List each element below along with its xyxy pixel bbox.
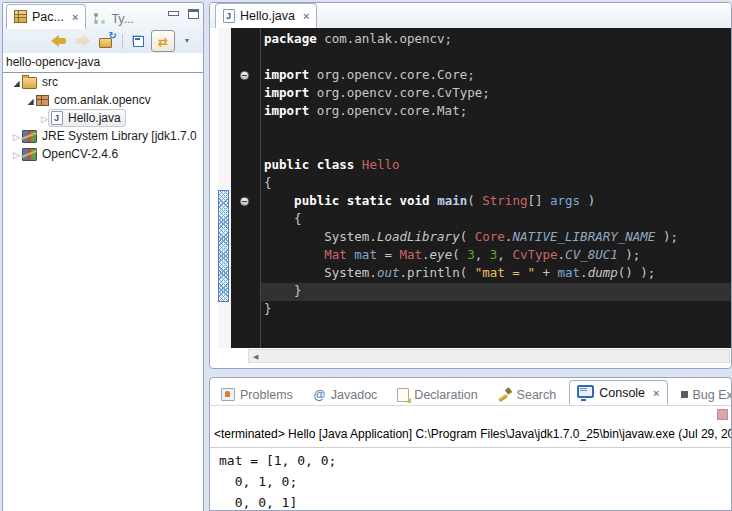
project-name[interactable]: hello-opencv-java: [3, 54, 203, 73]
tree-item-opencv-2-4-6[interactable]: OpenCV-2.4.6: [3, 145, 203, 163]
search-flashlight-icon: [498, 388, 512, 401]
console-monitor-icon: [577, 385, 594, 398]
library-icon: [22, 148, 37, 161]
tab-label: Search: [517, 388, 557, 402]
folding-gutter: [231, 28, 260, 348]
collapse-all-button[interactable]: [127, 31, 149, 51]
console-divider: [210, 447, 731, 448]
tree-item-hello-java[interactable]: Hello.java: [3, 109, 203, 127]
type-hierarchy-icon: [93, 13, 106, 25]
console-tabbar: ProblemsJavadocDeclarationSearchConsoleB…: [214, 379, 731, 405]
annotation-ruler[interactable]: [218, 28, 231, 348]
code-line[interactable]: public class Hello: [261, 157, 731, 175]
tree-item-label: JRE System Library [jdk1.7.0: [42, 129, 197, 143]
tab-label: Console: [599, 386, 645, 400]
code-line[interactable]: {: [261, 175, 731, 193]
expand-twisty-icon[interactable]: [11, 129, 22, 143]
fold-collapse-icon[interactable]: [240, 71, 249, 80]
library-icon: [22, 130, 37, 143]
collapse-all-icon: [133, 36, 144, 47]
console-tab-declaration[interactable]: Declaration: [390, 384, 484, 405]
code-line[interactable]: System.LoadLibrary( Core.NATIVE_LIBRARY_…: [261, 229, 731, 247]
tree-item-label: OpenCV-2.4.6: [42, 147, 118, 161]
view-menu-icon: [184, 37, 193, 45]
tab-label: Problems: [240, 388, 293, 402]
code-line[interactable]: [261, 139, 731, 157]
tree-item-label: com.anlak.opencv: [54, 93, 151, 107]
bug-square-icon: [681, 391, 688, 398]
tab-label: Declaration: [414, 388, 477, 402]
nav-forward-button[interactable]: [72, 31, 94, 51]
tabbar-divider: [210, 405, 731, 406]
console-tab-javadoc[interactable]: Javadoc: [306, 384, 385, 405]
console-tab-bug-explorer[interactable]: Bug Explorer: [674, 384, 732, 405]
explorer-tabbar: Pac...Ty...: [6, 5, 165, 29]
editor-horizontal-scrollbar[interactable]: [248, 349, 730, 363]
java-file-icon: [223, 9, 235, 23]
expand-twisty-icon[interactable]: [11, 147, 22, 161]
console-output-line: mat = [1, 0, 0;: [219, 450, 731, 471]
close-icon[interactable]: [303, 10, 309, 22]
fold-collapse-icon[interactable]: [240, 197, 249, 206]
project-tree: srccom.anlak.opencvHello.javaJRE System …: [3, 73, 203, 511]
code-line[interactable]: Mat mat = Mat.eye( 3, 3, CvType.CV_8UC1 …: [261, 247, 731, 265]
console-tab-problems[interactable]: Problems: [214, 384, 300, 405]
console-tab-search[interactable]: Search: [491, 384, 564, 405]
explorer-tab-pac[interactable]: Pac...: [6, 4, 86, 29]
console-output-line: 0, 1, 0;: [219, 471, 731, 492]
tree-item-com-anlak-opencv[interactable]: com.anlak.opencv: [3, 91, 203, 109]
tab-label: Javadoc: [331, 388, 378, 402]
package-explorer-panel: Pac...Ty... hello-opencv-java srccom.anl…: [2, 2, 204, 511]
code-line[interactable]: import org.opencv.core.Mat;: [261, 103, 731, 121]
code-line[interactable]: package com.anlak.opencv;: [261, 31, 731, 49]
console-output-line: 0, 0, 1]: [219, 492, 731, 511]
maximize-button[interactable]: [188, 9, 199, 19]
code-area[interactable]: package com.anlak.opencv; import org.ope…: [261, 28, 731, 348]
code-line[interactable]: [261, 121, 731, 139]
scroll-left-arrow-icon[interactable]: [253, 353, 258, 361]
terminate-button[interactable]: [717, 409, 728, 420]
tree-item-src[interactable]: src: [3, 73, 203, 91]
code-line[interactable]: }: [261, 283, 731, 301]
javadoc-at-icon: [313, 388, 326, 401]
declaration-icon: [397, 388, 409, 402]
code-line[interactable]: {: [261, 211, 731, 229]
close-icon[interactable]: [653, 387, 659, 399]
tab-label: Pac...: [32, 10, 64, 24]
code-line[interactable]: }: [261, 301, 731, 319]
problems-icon: [221, 388, 235, 401]
link-with-editor-button[interactable]: [151, 30, 175, 52]
package-icon: [36, 95, 49, 106]
minimize-button[interactable]: [168, 10, 179, 19]
toolbar-separator: [122, 34, 123, 49]
package-explorer-icon: [14, 10, 27, 23]
go-into-button[interactable]: [96, 31, 118, 51]
range-indicator: [218, 190, 229, 302]
code-line[interactable]: import org.opencv.core.CvType;: [261, 85, 731, 103]
editor-tab-hello-java[interactable]: Hello.java: [215, 3, 317, 28]
code-line[interactable]: System.out.println( "mat = " + mat.dump(…: [261, 265, 731, 283]
tab-label: Hello.java: [240, 9, 295, 23]
nav-back-button[interactable]: [48, 31, 70, 51]
explorer-tab-ty[interactable]: Ty...: [86, 8, 141, 29]
code-editor: package com.anlak.opencv; import org.ope…: [218, 28, 731, 348]
tree-item-label: src: [42, 75, 58, 89]
collapse-twisty-icon[interactable]: [11, 75, 22, 89]
code-line[interactable]: import org.opencv.core.Core;: [261, 67, 731, 85]
code-line[interactable]: public static void main( String[] args ): [261, 193, 731, 211]
selected-item-box: Hello.java: [48, 109, 126, 127]
collapse-twisty-icon[interactable]: [25, 93, 36, 107]
console-tab-console[interactable]: Console: [569, 380, 667, 405]
console-output[interactable]: mat = [1, 0, 0; 0, 1, 0; 0, 0, 1]: [219, 450, 731, 510]
tab-label: Bug Explorer: [693, 388, 732, 402]
nav-back-icon: [51, 35, 67, 47]
minimize-icon: [168, 10, 179, 19]
code-line[interactable]: [261, 49, 731, 67]
tree-item-label: Hello.java: [68, 111, 121, 125]
explorer-window-buttons: [168, 9, 199, 19]
console-title: <terminated> Hello [Java Application] C:…: [214, 427, 731, 444]
explorer-toolbar: [3, 30, 203, 52]
view-menu-button[interactable]: [177, 31, 199, 51]
tree-item-jre-system-library-jdk1-7-0[interactable]: JRE System Library [jdk1.7.0: [3, 127, 203, 145]
close-icon[interactable]: [72, 11, 78, 23]
